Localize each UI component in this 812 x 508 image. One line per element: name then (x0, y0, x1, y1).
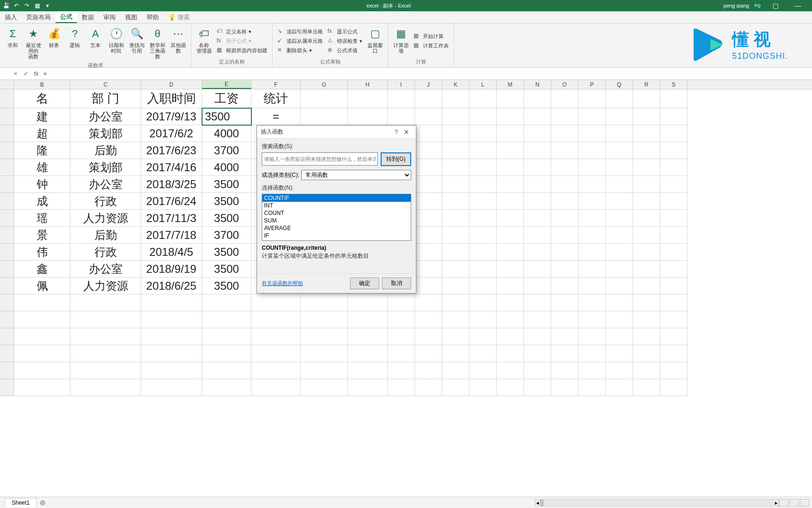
cell[interactable] (524, 108, 551, 125)
cell[interactable] (141, 362, 202, 379)
cell[interactable] (606, 108, 633, 125)
category-select[interactable]: 常用函数 (301, 170, 411, 180)
column-header[interactable]: B (14, 80, 70, 89)
cell[interactable] (415, 345, 442, 362)
cell[interactable]: 2017/6/23 (141, 142, 202, 159)
datetime-button[interactable]: 🕐日期和时间 (106, 24, 126, 61)
trace-precedents-button[interactable]: ↘追踪引用单元格 (275, 27, 325, 36)
cell[interactable] (633, 227, 660, 244)
cell[interactable] (415, 328, 442, 345)
cell[interactable]: 策划部 (70, 159, 141, 176)
cell[interactable]: 2017/11/3 (141, 210, 202, 227)
cell[interactable] (348, 345, 388, 362)
touch-mode-icon[interactable]: ▦ (33, 1, 41, 10)
cell[interactable] (415, 261, 442, 278)
cell[interactable] (469, 176, 497, 193)
cell[interactable] (301, 328, 348, 345)
cell[interactable] (70, 294, 141, 311)
cell[interactable] (606, 142, 633, 159)
cell[interactable] (348, 362, 388, 379)
cancel-icon[interactable]: × (10, 70, 21, 77)
cell[interactable] (578, 345, 606, 362)
cell[interactable] (442, 345, 469, 362)
cell[interactable] (578, 227, 606, 244)
cell[interactable]: 伟 (14, 244, 70, 261)
cell[interactable] (70, 362, 141, 379)
cell[interactable] (578, 261, 606, 278)
row-header[interactable] (0, 108, 14, 125)
cell[interactable] (578, 379, 606, 396)
cell[interactable] (633, 362, 660, 379)
recent-functions-button[interactable]: ★最近使用的 函数 (23, 24, 43, 61)
cell[interactable]: 3500 (202, 108, 251, 125)
cell[interactable] (660, 261, 687, 278)
cell[interactable] (660, 345, 687, 362)
cell[interactable] (348, 294, 388, 311)
cell[interactable] (251, 328, 301, 345)
cell[interactable]: 入职时间 (141, 89, 202, 108)
enter-icon[interactable]: ✓ (21, 70, 31, 77)
cell[interactable] (442, 193, 469, 210)
cell[interactable] (442, 210, 469, 227)
cell[interactable] (660, 227, 687, 244)
cell[interactable] (469, 379, 497, 396)
cell[interactable] (524, 362, 551, 379)
help-link[interactable]: 有关该函数的帮助 (262, 280, 347, 287)
cell[interactable] (606, 328, 633, 345)
cell[interactable] (415, 379, 442, 396)
cell[interactable]: 办公室 (70, 176, 141, 193)
cell[interactable] (660, 176, 687, 193)
cell[interactable] (633, 142, 660, 159)
cell[interactable] (606, 176, 633, 193)
fx-icon[interactable]: fx (31, 70, 41, 77)
cell[interactable]: 3500 (202, 261, 251, 278)
cell[interactable] (497, 294, 524, 311)
cell[interactable] (633, 244, 660, 261)
cell[interactable] (388, 108, 415, 125)
tab-review[interactable]: 审阅 (99, 11, 120, 23)
row-header[interactable] (0, 328, 14, 345)
cell[interactable]: 2017/6/24 (141, 193, 202, 210)
cell[interactable] (551, 89, 578, 108)
cell[interactable]: 4000 (202, 159, 251, 176)
cell[interactable] (578, 159, 606, 176)
remove-arrows-button[interactable]: ✕删除箭头 ▾ (275, 46, 325, 55)
cell[interactable]: 行政 (70, 244, 141, 261)
cell[interactable] (551, 345, 578, 362)
cell[interactable] (660, 142, 687, 159)
cell[interactable] (14, 311, 70, 328)
cell[interactable] (551, 142, 578, 159)
tab-formulas[interactable]: 公式 (55, 11, 77, 23)
cell[interactable] (660, 193, 687, 210)
cell[interactable] (660, 159, 687, 176)
cell[interactable] (551, 176, 578, 193)
cell[interactable] (524, 294, 551, 311)
cell[interactable]: 超 (14, 125, 70, 142)
lookup-button[interactable]: 🔍查找与引用 (127, 24, 147, 61)
cell[interactable] (469, 261, 497, 278)
cell[interactable] (633, 345, 660, 362)
column-header[interactable]: I (388, 80, 415, 89)
cell[interactable] (469, 278, 497, 294)
cell[interactable] (578, 278, 606, 294)
row-header[interactable] (0, 278, 14, 294)
cell[interactable] (442, 362, 469, 379)
cell[interactable] (578, 362, 606, 379)
cell[interactable] (633, 328, 660, 345)
cell[interactable] (633, 176, 660, 193)
cell[interactable] (578, 328, 606, 345)
page-break-view-icon[interactable] (800, 499, 809, 507)
cell[interactable] (469, 108, 497, 125)
cell[interactable] (141, 311, 202, 328)
cell[interactable] (578, 125, 606, 142)
cell[interactable]: 3700 (202, 227, 251, 244)
column-header[interactable]: F (251, 80, 301, 89)
cell[interactable] (14, 345, 70, 362)
cell[interactable]: 3500 (202, 244, 251, 261)
cell[interactable]: 2017/7/18 (141, 227, 202, 244)
cell[interactable]: 3500 (202, 210, 251, 227)
cell[interactable]: 3500 (202, 193, 251, 210)
function-list-item[interactable]: INT (262, 202, 411, 209)
cell[interactable] (660, 311, 687, 328)
cell[interactable] (524, 278, 551, 294)
